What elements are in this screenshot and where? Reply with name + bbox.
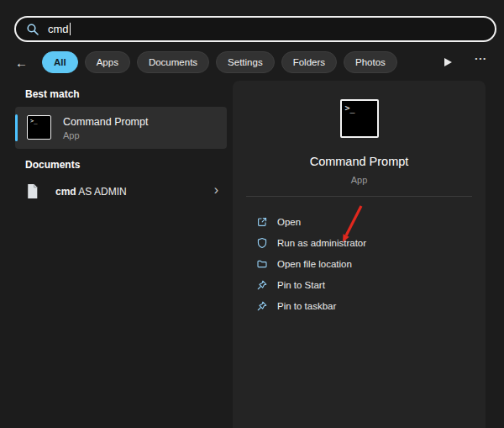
documents-heading: Documents bbox=[25, 159, 80, 171]
back-arrow-icon[interactable]: ← bbox=[15, 55, 35, 70]
result-title: Command Prompt bbox=[63, 116, 148, 128]
more-icon[interactable]: ••• bbox=[475, 55, 487, 62]
open-icon bbox=[256, 216, 268, 228]
action-run-as-administrator[interactable]: Run as administrator bbox=[246, 232, 480, 253]
shield-icon bbox=[256, 237, 268, 249]
start-search-window: cmd ← All Apps Documents Settings Folder… bbox=[0, 0, 504, 428]
action-pin-to-start[interactable]: Pin to Start bbox=[246, 274, 480, 295]
search-query-text: cmd bbox=[48, 23, 69, 35]
tab-folders[interactable]: Folders bbox=[281, 51, 337, 73]
command-prompt-icon: >_ bbox=[27, 115, 51, 140]
document-icon bbox=[26, 183, 39, 199]
filter-bar: ← All Apps Documents Settings Folders Ph… bbox=[15, 51, 489, 73]
best-match-result[interactable]: >_ Command Prompt App bbox=[15, 107, 227, 149]
action-label: Pin to taskbar bbox=[277, 301, 336, 311]
selection-accent-bar bbox=[15, 114, 18, 141]
folder-icon bbox=[256, 258, 268, 270]
document-result[interactable]: cmd AS ADMIN › bbox=[15, 177, 227, 207]
action-label: Open file location bbox=[277, 259, 352, 269]
action-label: Open bbox=[277, 217, 301, 227]
text-caret bbox=[70, 23, 71, 35]
result-subtitle: App bbox=[63, 130, 80, 140]
tab-documents[interactable]: Documents bbox=[137, 51, 209, 73]
preview-subtitle: App bbox=[233, 175, 486, 185]
divider bbox=[246, 196, 472, 197]
action-open[interactable]: Open bbox=[246, 211, 480, 232]
document-result-title: cmd AS ADMIN bbox=[55, 186, 127, 198]
preview-panel: >_ Command Prompt App Open Run as admini… bbox=[233, 81, 486, 428]
action-open-file-location[interactable]: Open file location bbox=[246, 253, 480, 274]
chevron-right-icon[interactable]: › bbox=[214, 182, 218, 198]
search-input[interactable]: cmd bbox=[14, 16, 496, 42]
pin-icon bbox=[256, 279, 268, 291]
tab-apps[interactable]: Apps bbox=[85, 51, 130, 73]
tab-settings[interactable]: Settings bbox=[216, 51, 275, 73]
pin-icon bbox=[256, 300, 268, 312]
search-icon bbox=[26, 23, 39, 36]
play-icon[interactable] bbox=[444, 58, 452, 66]
command-prompt-icon: >_ bbox=[340, 99, 379, 138]
tab-photos[interactable]: Photos bbox=[344, 51, 397, 73]
action-label: Run as administrator bbox=[277, 238, 366, 248]
action-pin-to-taskbar[interactable]: Pin to taskbar bbox=[246, 295, 480, 316]
best-match-heading: Best match bbox=[25, 88, 80, 100]
action-list: Open Run as administrator Open file loca… bbox=[246, 211, 480, 316]
action-label: Pin to Start bbox=[277, 280, 325, 290]
filter-tabs: All Apps Documents Settings Folders Phot… bbox=[42, 51, 397, 73]
tab-all[interactable]: All bbox=[42, 51, 78, 73]
preview-title: Command Prompt bbox=[233, 155, 486, 168]
